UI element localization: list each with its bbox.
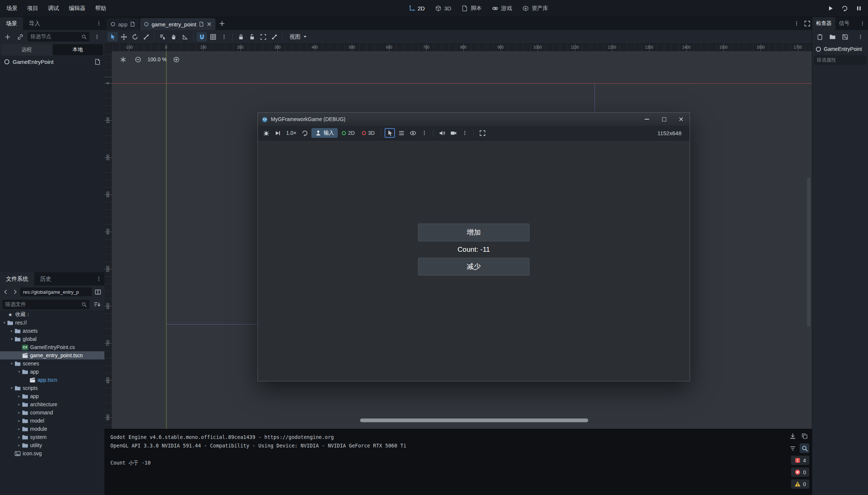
inspector-extra-menu-button[interactable] bbox=[855, 32, 866, 42]
zoom-reset-button[interactable]: 100.0 % bbox=[148, 56, 166, 62]
lock-node-button[interactable] bbox=[236, 32, 246, 42]
filter-files-input[interactable]: 筛选文件 bbox=[2, 300, 90, 309]
expand-arrow-icon[interactable] bbox=[9, 386, 14, 390]
mode-3d-button[interactable]: 3D bbox=[359, 128, 378, 138]
expand-arrow-icon[interactable] bbox=[16, 394, 22, 398]
next-frame-button[interactable] bbox=[272, 128, 283, 138]
menu-scene[interactable]: 场景 bbox=[1, 0, 22, 17]
path-forward-button[interactable] bbox=[11, 287, 19, 297]
error-count-badge[interactable]: 0 bbox=[791, 468, 809, 477]
play-button[interactable] bbox=[825, 3, 836, 14]
inspector-dock-menu-button[interactable] bbox=[857, 17, 868, 30]
pick-options-button[interactable] bbox=[419, 128, 430, 138]
file-tree-row[interactable]: ★ C# global bbox=[0, 335, 104, 343]
expand-arrow-icon[interactable] bbox=[16, 435, 22, 439]
input-routing-button[interactable]: 输入 bbox=[311, 128, 338, 138]
tab-filesystem[interactable]: 文件系统 bbox=[0, 272, 34, 286]
warning-count-badge[interactable]: 0 bbox=[791, 479, 809, 489]
expand-arrow-icon[interactable] bbox=[16, 411, 22, 414]
save-resource-button[interactable] bbox=[840, 32, 850, 42]
scene-dock-menu-button[interactable] bbox=[93, 17, 104, 30]
workspace-tab-game[interactable]: 游戏 bbox=[492, 5, 512, 12]
scene-tree-root-node[interactable]: GameEntryPoint bbox=[0, 56, 104, 67]
file-tree-row[interactable]: ★ C# scenes bbox=[0, 359, 104, 368]
mode-2d-button[interactable]: 2D bbox=[339, 128, 358, 138]
pause-button[interactable] bbox=[853, 3, 864, 14]
camera-options-button[interactable] bbox=[460, 128, 470, 138]
expand-arrow-icon[interactable] bbox=[1, 321, 7, 325]
scene-tab-game-entry-point[interactable]: game_entry_point bbox=[140, 18, 216, 30]
file-tree-row[interactable]: ★ C# utility bbox=[0, 441, 104, 449]
increase-button[interactable]: 增加 bbox=[418, 224, 529, 241]
expand-editor-button[interactable] bbox=[802, 18, 812, 29]
new-resource-button[interactable] bbox=[814, 32, 825, 42]
maximize-button[interactable] bbox=[655, 113, 673, 126]
camera-override-button[interactable] bbox=[448, 128, 459, 138]
tab-scene[interactable]: 场景 bbox=[0, 17, 23, 30]
grid-snap-button[interactable] bbox=[208, 32, 218, 42]
scene-tabs-menu-button[interactable] bbox=[791, 18, 802, 29]
horizontal-ruler[interactable]: -100010020030040050060070080090010001100… bbox=[112, 44, 812, 52]
snap-options-button[interactable] bbox=[219, 32, 229, 42]
expand-arrow-icon[interactable] bbox=[9, 337, 14, 341]
close-button[interactable] bbox=[673, 113, 690, 126]
copy-log-button[interactable] bbox=[800, 431, 809, 441]
filter-properties-input[interactable]: 筛选属性 bbox=[814, 55, 867, 65]
unlock-node-button[interactable] bbox=[247, 32, 257, 42]
tab-history[interactable]: 历史 bbox=[34, 272, 57, 286]
file-tree-row[interactable]: ★ C# model bbox=[0, 417, 104, 425]
restart-button[interactable] bbox=[839, 3, 850, 14]
tab-import[interactable]: 导入 bbox=[23, 17, 46, 30]
visibility-button[interactable] bbox=[408, 128, 418, 138]
zoom-in-button[interactable] bbox=[171, 54, 181, 65]
expand-arrow-icon[interactable] bbox=[9, 329, 14, 333]
menu-debug[interactable]: 调试 bbox=[43, 0, 64, 17]
workspace-tab-3d[interactable]: 3D bbox=[435, 5, 451, 12]
expand-arrow-icon[interactable] bbox=[16, 419, 22, 423]
skeleton-options-button[interactable] bbox=[269, 32, 279, 42]
view-menu-button[interactable]: 视图 bbox=[286, 33, 311, 40]
instantiate-scene-button[interactable] bbox=[15, 32, 25, 42]
debug-button[interactable] bbox=[261, 128, 271, 138]
file-tree-row[interactable]: ★ C# GameEntryPoint.cs bbox=[0, 343, 104, 351]
file-tree-row[interactable]: ★ C# architecture bbox=[0, 400, 104, 408]
expand-arrow-icon[interactable] bbox=[16, 427, 22, 431]
load-resource-button[interactable] bbox=[827, 32, 838, 42]
path-back-button[interactable] bbox=[2, 287, 10, 297]
expand-arrow-icon[interactable] bbox=[9, 362, 14, 365]
workspace-tab-2d[interactable]: 2D bbox=[409, 5, 425, 12]
minimize-button[interactable] bbox=[638, 113, 655, 126]
move-tool-button[interactable] bbox=[119, 32, 129, 42]
smart-snap-button[interactable] bbox=[197, 32, 207, 42]
rotate-tool-button[interactable] bbox=[130, 32, 140, 42]
filter-nodes-input[interactable]: 筛选节点 bbox=[27, 32, 90, 42]
filesystem-dock-menu-button[interactable] bbox=[93, 272, 104, 286]
download-log-button[interactable] bbox=[788, 431, 797, 441]
tab-inspector[interactable]: 检查器 bbox=[812, 17, 835, 30]
canvas-widget-button[interactable] bbox=[118, 54, 128, 65]
group-node-button[interactable] bbox=[258, 32, 268, 42]
attached-script-icon[interactable] bbox=[94, 59, 101, 65]
file-tree-row[interactable]: ★ C# scripts bbox=[0, 384, 104, 392]
zoom-out-button[interactable] bbox=[133, 54, 143, 65]
inspected-node-row[interactable]: GameEntryPoint bbox=[812, 43, 868, 55]
expand-arrow-icon[interactable] bbox=[16, 403, 22, 406]
scene-tree-menu-button[interactable] bbox=[92, 32, 102, 42]
scene-tab-app[interactable]: app bbox=[107, 18, 139, 30]
close-tab-icon[interactable] bbox=[207, 22, 212, 27]
select-tool-button[interactable] bbox=[107, 32, 118, 42]
add-node-button[interactable] bbox=[2, 32, 13, 42]
local-button[interactable]: 本地 bbox=[53, 44, 103, 55]
current-path[interactable]: res://global/game_entry_p bbox=[20, 287, 92, 296]
file-tree-row[interactable]: ★ C# game_entry_point.tscn bbox=[0, 351, 104, 359]
audio-mute-button[interactable] bbox=[437, 128, 447, 138]
menu-help[interactable]: 帮助 bbox=[90, 0, 111, 17]
expand-arrow-icon[interactable] bbox=[16, 443, 22, 447]
list-select-button[interactable] bbox=[158, 32, 168, 42]
sort-files-button[interactable] bbox=[92, 299, 102, 310]
file-tree-row[interactable]: ★ C# 收藏： bbox=[0, 310, 104, 319]
menu-editor[interactable]: 编辑器 bbox=[64, 0, 90, 17]
time-scale-label[interactable]: 1.0× bbox=[284, 130, 299, 136]
file-tree-row[interactable]: ★ C# command bbox=[0, 408, 104, 417]
tab-signals[interactable]: 信号 bbox=[835, 17, 853, 30]
